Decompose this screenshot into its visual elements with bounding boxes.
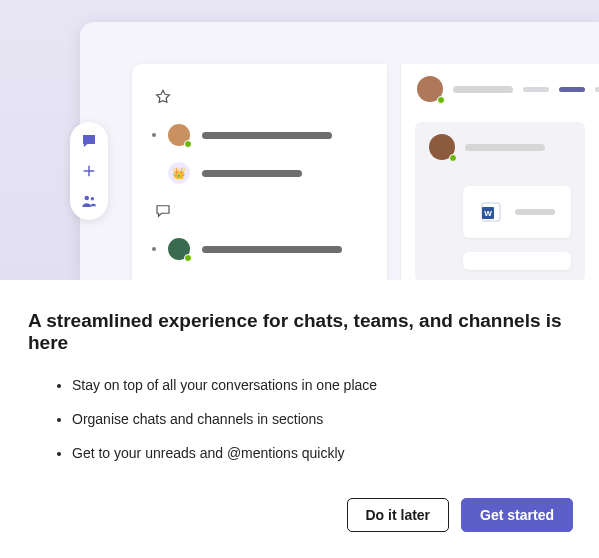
presence-badge <box>184 140 192 148</box>
dialog-body: A streamlined experience for chats, team… <box>0 280 599 463</box>
word-doc-icon: W <box>479 200 503 224</box>
speech-bubble-icon <box>152 200 174 222</box>
tab <box>595 87 599 92</box>
teams-header <box>148 268 371 280</box>
placeholder-line <box>202 246 342 253</box>
avatar <box>168 124 190 146</box>
get-started-button[interactable]: Get started <box>461 498 573 532</box>
chats-header <box>148 192 371 230</box>
do-it-later-button[interactable]: Do it later <box>347 498 450 532</box>
favorites-header <box>148 78 371 116</box>
presence-badge <box>437 96 445 104</box>
file-attachment-card: W <box>463 186 571 238</box>
presence-badge <box>449 154 457 162</box>
nav-rail <box>70 122 108 220</box>
svg-point-7 <box>85 196 90 201</box>
feature-bullets: Stay on top of all your conversations in… <box>28 376 571 463</box>
placeholder-line <box>465 144 545 151</box>
chat-list-panel: 👑 <box>132 64 387 280</box>
avatar <box>168 238 190 260</box>
bullet-item: Organise chats and channels in sections <box>72 410 571 429</box>
star-icon <box>152 86 174 108</box>
presence-badge <box>184 254 192 262</box>
content-pane: W <box>400 64 599 280</box>
unread-dot <box>152 247 156 251</box>
tab-active <box>559 87 585 92</box>
conversation-header <box>401 64 599 114</box>
chat-icon <box>80 132 98 150</box>
placeholder-line <box>202 170 302 177</box>
avatar <box>417 76 443 102</box>
crown-icon: 👑 <box>168 162 190 184</box>
app-window: 👑 <box>80 22 599 280</box>
placeholder-line <box>453 86 513 93</box>
unread-dot <box>152 133 156 137</box>
teams-icon <box>152 276 174 280</box>
tab <box>523 87 549 92</box>
chat-list-item <box>148 116 371 154</box>
message-block: W <box>415 122 585 280</box>
plus-icon <box>80 162 98 180</box>
chat-list-item: 👑 <box>148 154 371 192</box>
placeholder-line <box>515 209 555 215</box>
svg-text:W: W <box>484 209 492 218</box>
conversation-tabs <box>523 87 599 92</box>
avatar <box>429 134 455 160</box>
headline: A streamlined experience for chats, team… <box>28 310 571 354</box>
dialog-actions: Do it later Get started <box>347 498 574 532</box>
svg-point-8 <box>91 197 94 200</box>
bullet-item: Stay on top of all your conversations in… <box>72 376 571 395</box>
chat-list-item <box>148 230 371 268</box>
reply-box <box>463 252 571 270</box>
bullet-item: Get to your unreads and @mentions quickl… <box>72 444 571 463</box>
placeholder-line <box>202 132 332 139</box>
hero-illustration: 👑 <box>0 0 599 280</box>
people-icon <box>80 192 98 210</box>
